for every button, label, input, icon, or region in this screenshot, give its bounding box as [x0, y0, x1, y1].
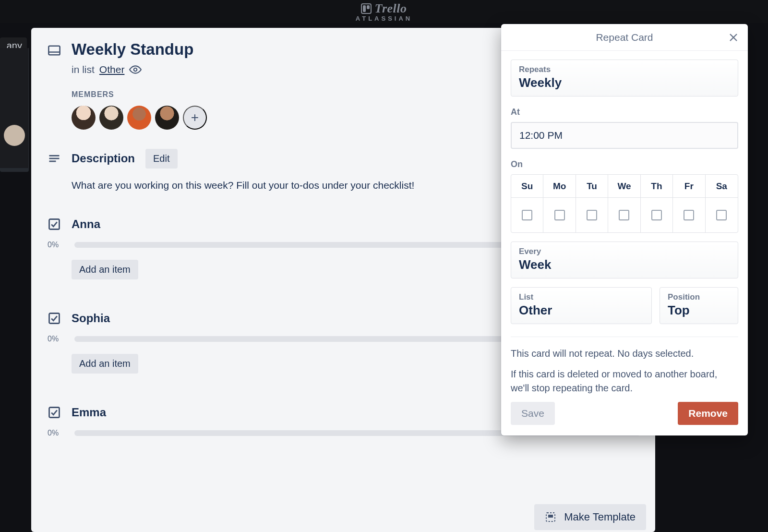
- position-selector[interactable]: Position Top: [660, 287, 738, 324]
- svg-rect-7: [49, 313, 60, 323]
- on-label: On: [511, 159, 738, 169]
- member-avatar[interactable]: [72, 106, 96, 130]
- day-selector-grid: Su Mo Tu We Th Fr Sa: [511, 174, 738, 233]
- trello-icon: [361, 3, 372, 14]
- checklist-percent: 0%: [48, 335, 66, 343]
- svg-rect-6: [49, 219, 60, 229]
- every-selector[interactable]: Every Week: [511, 242, 738, 278]
- day-label-fr: Fr: [684, 181, 694, 192]
- popover-title: Repeat Card: [596, 32, 653, 43]
- svg-rect-10: [548, 515, 553, 518]
- trello-logo: Trello ATLASSIAN: [356, 1, 412, 22]
- day-label-tu: Tu: [587, 181, 597, 192]
- add-item-button[interactable]: Add an item: [72, 260, 138, 279]
- description-text[interactable]: What are you working on this week? Fill …: [72, 178, 513, 192]
- day-label-th: Th: [651, 181, 662, 192]
- close-icon[interactable]: [728, 32, 739, 43]
- member-avatar[interactable]: [99, 106, 123, 130]
- repeats-label: Repeats: [519, 65, 730, 74]
- member-avatar[interactable]: [155, 106, 179, 130]
- list-selector[interactable]: List Other: [511, 287, 652, 324]
- edit-description-button[interactable]: Edit: [145, 149, 177, 169]
- day-label-sa: Sa: [716, 181, 727, 192]
- repeats-selector[interactable]: Repeats Weekly: [511, 60, 738, 97]
- svg-rect-3: [49, 155, 60, 157]
- position-value: Top: [668, 303, 730, 318]
- repeat-warning-delete: If this card is deleted or moved to anot…: [511, 367, 738, 395]
- description-icon: [48, 151, 61, 166]
- day-checkbox-fr[interactable]: [684, 210, 694, 220]
- make-template-label: Make Template: [564, 511, 636, 523]
- app-name: Trello: [374, 1, 407, 16]
- every-value: Week: [519, 257, 730, 272]
- day-checkbox-tu[interactable]: [587, 210, 597, 220]
- member-avatar[interactable]: [127, 106, 151, 130]
- day-checkbox-we[interactable]: [619, 210, 629, 220]
- card-icon: [48, 40, 61, 58]
- checklist-percent: 0%: [48, 429, 66, 437]
- description-heading: Description: [72, 152, 135, 165]
- checklist-title[interactable]: Sophia: [72, 312, 110, 325]
- at-label: At: [511, 107, 738, 117]
- day-checkbox-mo[interactable]: [554, 210, 565, 220]
- checklist-icon: [48, 405, 61, 420]
- day-label-su: Su: [521, 181, 533, 192]
- every-label: Every: [519, 247, 730, 256]
- svg-rect-4: [49, 158, 60, 159]
- checklist-icon: [48, 217, 61, 231]
- repeat-warning-nodays: This card will not repeat. No days selec…: [511, 347, 738, 361]
- template-icon: [545, 511, 556, 523]
- list-label: List: [519, 292, 644, 302]
- svg-rect-0: [48, 46, 60, 55]
- app-vendor: ATLASSIAN: [356, 15, 412, 22]
- list-value: Other: [519, 303, 644, 318]
- remove-button[interactable]: Remove: [678, 402, 738, 425]
- in-list-link[interactable]: Other: [99, 64, 125, 75]
- watch-icon[interactable]: [129, 63, 142, 76]
- day-label-mo: Mo: [553, 181, 566, 192]
- day-checkbox-th[interactable]: [651, 210, 662, 220]
- in-list-prefix: in list: [72, 64, 95, 75]
- repeat-card-popover: Repeat Card Repeats Weekly At On Su Mo T…: [501, 24, 748, 435]
- day-checkbox-sa[interactable]: [716, 210, 727, 220]
- at-time-input[interactable]: [511, 122, 738, 149]
- bg-avatar: [4, 125, 25, 146]
- save-button[interactable]: Save: [511, 402, 555, 425]
- app-topbar: Trello ATLASSIAN: [0, 0, 768, 23]
- make-template-button[interactable]: Make Template: [534, 504, 646, 530]
- position-label: Position: [668, 292, 730, 302]
- svg-point-2: [134, 68, 137, 72]
- checklist-percent: 0%: [48, 241, 66, 249]
- day-label-we: We: [617, 181, 631, 192]
- day-checkbox-su[interactable]: [522, 210, 532, 220]
- repeats-value: Weekly: [519, 75, 730, 90]
- popover-divider: [511, 337, 738, 337]
- background-sidebar-fragment: [0, 48, 29, 168]
- checklist-title[interactable]: Anna: [72, 218, 100, 231]
- checklist-title[interactable]: Emma: [72, 406, 106, 419]
- svg-rect-8: [49, 407, 60, 417]
- svg-rect-5: [49, 161, 56, 162]
- add-item-button[interactable]: Add an item: [72, 354, 138, 374]
- add-member-button[interactable]: +: [183, 106, 207, 130]
- checklist-icon: [48, 311, 61, 326]
